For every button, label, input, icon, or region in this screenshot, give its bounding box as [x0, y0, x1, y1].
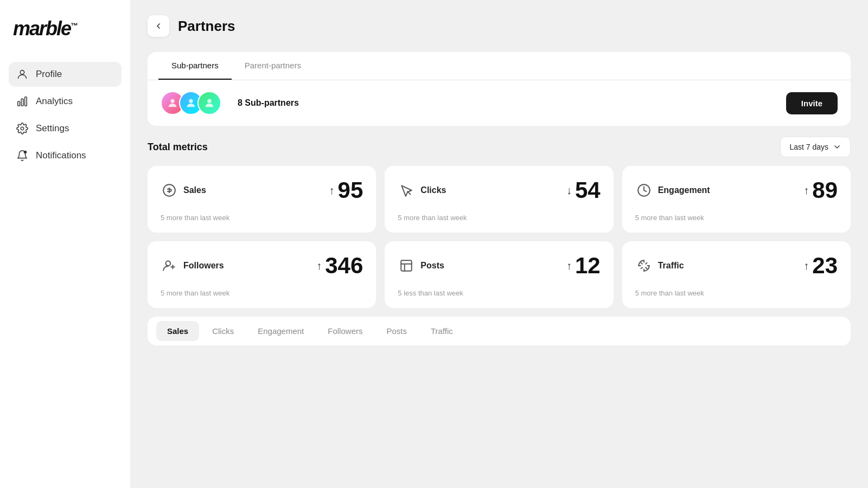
metric-label-traffic: Traffic — [658, 261, 684, 271]
metric-label-engagement: Engagement — [658, 185, 710, 195]
invite-button[interactable]: Invite — [786, 92, 838, 114]
main-content: Partners Sub-partners Parent-partners — [130, 0, 868, 488]
avatars-group — [161, 91, 221, 115]
svg-rect-1 — [18, 101, 20, 106]
followers-icon — [161, 257, 178, 274]
page-header: Partners — [148, 15, 851, 37]
sidebar-item-settings[interactable]: Settings — [9, 116, 122, 141]
metric-label-sales: Sales — [183, 185, 206, 195]
avatar — [197, 91, 221, 115]
metric-card-traffic: Traffic ↑ 23 5 more than last week — [622, 241, 851, 308]
user-icon — [16, 68, 28, 80]
metric-value-row-engagement: ↑ 89 — [803, 179, 838, 202]
metric-card-followers: Followers ↑ 346 5 more than last week — [148, 241, 376, 308]
engagement-icon — [635, 182, 653, 199]
bar-chart-icon — [16, 95, 28, 107]
tab-parent-partners[interactable]: Parent-partners — [232, 52, 314, 80]
dollar-icon — [161, 182, 178, 199]
tab-container: Sub-partners Parent-partners — [148, 52, 851, 80]
back-button[interactable] — [148, 15, 169, 37]
metric-value-row-sales: ↑ 95 — [329, 179, 363, 202]
metric-top-engagement: Engagement ↑ 89 — [635, 179, 838, 202]
tab-sub-partners[interactable]: Sub-partners — [158, 52, 232, 80]
metric-value-clicks: 54 — [575, 179, 601, 202]
metric-top-sales: Sales ↑ 95 — [161, 179, 363, 202]
arrow-up-icon-followers: ↑ — [316, 260, 322, 272]
metric-sub-clicks: 5 more than last week — [398, 214, 600, 222]
metric-card-clicks: Clicks ↓ 54 5 more than last week — [385, 166, 613, 233]
arrow-up-icon-engagement: ↑ — [803, 184, 809, 197]
metric-label-row-followers: Followers — [161, 257, 224, 274]
metric-sub-traffic: 5 more than last week — [635, 289, 838, 297]
sidebar: marble™ Profile Analytics Settin — [0, 0, 130, 488]
metric-card-posts: Posts ↑ 12 5 less than last week — [385, 241, 613, 308]
svg-point-4 — [21, 127, 24, 130]
period-label: Last 7 days — [789, 143, 828, 151]
metric-value-sales: 95 — [338, 179, 363, 202]
bottom-tab-traffic[interactable]: Traffic — [420, 321, 464, 341]
metric-top-traffic: Traffic ↑ 23 — [635, 254, 838, 277]
cursor-icon — [398, 182, 415, 199]
bottom-tabs-card: Sales Clicks Engagement Followers Posts … — [148, 317, 851, 345]
metric-top-clicks: Clicks ↓ 54 — [398, 179, 600, 202]
bottom-tab-sales[interactable]: Sales — [156, 321, 199, 341]
page-title: Partners — [178, 18, 235, 35]
sub-partners-card: 8 Sub-partners Invite — [148, 80, 851, 126]
svg-point-13 — [166, 261, 171, 266]
svg-point-7 — [189, 99, 193, 103]
svg-point-5 — [24, 151, 27, 154]
metric-value-row-traffic: ↑ 23 — [803, 254, 838, 277]
metric-label-row-clicks: Clicks — [398, 182, 446, 199]
metric-label-clicks: Clicks — [420, 185, 446, 195]
metric-label-followers: Followers — [183, 261, 224, 271]
svg-point-0 — [20, 70, 24, 74]
svg-rect-3 — [25, 97, 27, 106]
period-select[interactable]: Last 7 days — [780, 137, 851, 157]
sidebar-item-label-analytics: Analytics — [36, 96, 73, 107]
svg-rect-2 — [21, 99, 23, 106]
metric-value-row-posts: ↑ 12 — [566, 254, 601, 277]
bottom-tab-engagement[interactable]: Engagement — [247, 321, 315, 341]
bottom-tabs: Sales Clicks Engagement Followers Posts … — [152, 317, 846, 345]
sidebar-item-notifications[interactable]: Notifications — [9, 143, 122, 168]
metric-top-followers: Followers ↑ 346 — [161, 254, 363, 277]
metric-label-posts: Posts — [420, 261, 444, 271]
chevron-down-icon — [833, 143, 841, 151]
svg-point-6 — [170, 99, 174, 103]
metric-value-posts: 12 — [575, 254, 601, 277]
arrow-down-icon: ↓ — [566, 184, 572, 197]
metric-label-row-engagement: Engagement — [635, 182, 710, 199]
metric-label-row: Sales — [161, 182, 206, 199]
traffic-icon — [635, 257, 653, 274]
metric-sub-followers: 5 more than last week — [161, 289, 363, 297]
sub-partners-count: 8 Sub-partners — [238, 98, 299, 108]
sidebar-item-analytics[interactable]: Analytics — [9, 89, 122, 114]
sub-partners-info: 8 Sub-partners — [161, 91, 299, 115]
metric-value-followers: 346 — [325, 254, 363, 277]
bottom-tab-posts[interactable]: Posts — [375, 321, 418, 341]
gear-icon — [16, 123, 28, 134]
metric-value-row-followers: ↑ 346 — [316, 254, 363, 277]
sidebar-item-profile[interactable]: Profile — [9, 62, 122, 87]
metrics-header: Total metrics Last 7 days — [148, 137, 851, 157]
sidebar-item-label-profile: Profile — [36, 69, 62, 80]
metrics-grid: Sales ↑ 95 5 more than last week — [148, 166, 851, 308]
bottom-tab-clicks[interactable]: Clicks — [201, 321, 245, 341]
metric-sub-engagement: 5 more than last week — [635, 214, 838, 222]
metric-label-row-posts: Posts — [398, 257, 444, 274]
metric-value-row-clicks: ↓ 54 — [566, 179, 601, 202]
posts-icon — [398, 257, 415, 274]
arrow-up-icon: ↑ — [329, 184, 335, 197]
arrow-up-icon-traffic: ↑ — [803, 260, 809, 272]
metric-sub-sales: 5 more than last week — [161, 214, 363, 222]
metric-top-posts: Posts ↑ 12 — [398, 254, 600, 277]
arrow-up-icon-posts: ↑ — [566, 260, 572, 272]
metrics-title: Total metrics — [148, 142, 208, 153]
logo: marble™ — [9, 17, 122, 40]
bell-icon — [16, 150, 28, 162]
metric-card-sales: Sales ↑ 95 5 more than last week — [148, 166, 376, 233]
metric-sub-posts: 5 less than last week — [398, 289, 600, 297]
bottom-tab-followers[interactable]: Followers — [317, 321, 373, 341]
metric-label-row-traffic: Traffic — [635, 257, 684, 274]
metric-value-traffic: 23 — [812, 254, 838, 277]
